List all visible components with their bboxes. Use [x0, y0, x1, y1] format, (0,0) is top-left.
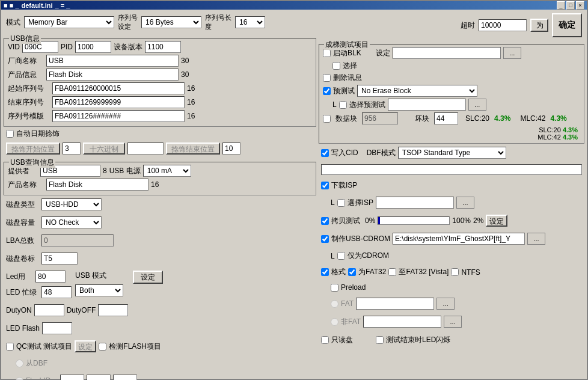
progress-100: 100% [452, 216, 471, 225]
led-flash-input[interactable] [42, 322, 72, 334]
fat32-checkbox[interactable] [348, 268, 356, 276]
from-dbf-radio[interactable] [16, 360, 23, 367]
format-checkbox[interactable] [321, 268, 329, 276]
disk-setup-btn[interactable]: 设定 [133, 271, 163, 284]
make-usb-input[interactable] [393, 233, 525, 245]
led-idle-input[interactable] [41, 286, 72, 298]
led-idle-label: LED 忙绿 [6, 287, 39, 298]
select-pretest-checkbox[interactable] [339, 101, 347, 109]
to-fat32-label: 至FAT32 [Vista] [399, 267, 449, 277]
dbf-select[interactable]: TSOP Standard Type [398, 147, 506, 159]
start-pos-input[interactable] [63, 142, 81, 155]
start-pos-btn[interactable]: 捻饰开始位置 [6, 142, 60, 155]
confirm-btn[interactable]: 确定 [552, 13, 582, 37]
setup-right-input[interactable] [393, 47, 501, 59]
download-isp-checkbox[interactable] [321, 182, 329, 189]
serial-len-select[interactable]: 16 [235, 16, 265, 28]
serial-select[interactable]: 16 Bytes [141, 16, 201, 28]
disk-capacity-select[interactable]: NO Check [41, 216, 102, 228]
manufacturer-num: 30 [181, 57, 189, 65]
power-select[interactable]: 100 mA [143, 165, 191, 177]
copy-setup-btn[interactable]: 设定 [486, 215, 507, 227]
for-btn[interactable]: 为 [530, 19, 548, 32]
select-pretest-input[interactable] [388, 99, 466, 111]
qc-btn[interactable]: 设定 [75, 340, 96, 352]
isp-path-input[interactable] [376, 197, 454, 209]
make-usb-dotted-btn[interactable]: ... [527, 233, 545, 245]
led-use-input[interactable] [35, 271, 66, 283]
pretest-dotted-btn[interactable]: ... [468, 99, 486, 111]
mlc-label: MLC:42 [520, 114, 545, 123]
data-block-input[interactable] [362, 112, 398, 124]
preload-checkbox[interactable] [331, 284, 338, 292]
fat-dotted-btn[interactable]: ... [436, 298, 455, 310]
flash-id-radio[interactable] [16, 377, 23, 381]
usb-mode-select[interactable]: Both [75, 284, 123, 296]
cid-extra-input[interactable] [321, 164, 582, 175]
hex-btn[interactable]: 十六进制 [83, 142, 125, 155]
pid-label: PID [61, 43, 73, 51]
boot-blk-dotted-btn[interactable]: ... [503, 47, 521, 59]
lba-input[interactable] [41, 234, 114, 247]
start-serial-input[interactable] [52, 82, 185, 94]
duty-on-input[interactable] [34, 304, 64, 316]
flash-id-input2[interactable] [87, 375, 111, 380]
non-fat-input[interactable] [363, 316, 441, 328]
data-block-checkbox[interactable] [323, 115, 331, 123]
progress-0: 0% [365, 216, 375, 225]
close-btn[interactable]: × [576, 1, 584, 10]
end-pos-btn[interactable]: 捻饰结束位置 [166, 142, 220, 155]
auto-date-checkbox[interactable] [6, 130, 14, 138]
query-product-input[interactable] [46, 179, 149, 191]
non-fat-radio[interactable] [331, 318, 338, 326]
make-usb-checkbox[interactable] [321, 235, 329, 243]
query-product-num: 16 [151, 180, 159, 189]
usb-info-title: USB信息 [9, 34, 41, 44]
fat32-label: 为FAT32 [358, 267, 386, 277]
minimize-btn[interactable]: _ [557, 1, 565, 10]
flash-id-input1[interactable] [60, 375, 84, 380]
isp-dotted-btn[interactable]: ... [456, 197, 474, 209]
disk-type-select[interactable]: USB-HDD [41, 198, 102, 210]
boot-blk-checkbox[interactable] [323, 49, 331, 57]
flash-id-input3[interactable] [113, 375, 137, 380]
serial-label: 序列号设定 [118, 13, 138, 31]
mlc-pct2: 4.3% [563, 133, 578, 141]
end-serial-input[interactable] [52, 96, 185, 108]
version-input[interactable] [145, 41, 181, 53]
duty-off-input[interactable] [98, 304, 128, 316]
maximize-btn[interactable]: □ [566, 1, 575, 10]
setup-right-label: 设定 [376, 48, 390, 58]
volume-input[interactable] [41, 253, 78, 265]
read-only-checkbox[interactable] [321, 336, 329, 344]
pid-input[interactable] [75, 41, 111, 53]
hex-input[interactable] [127, 142, 164, 155]
pretest-checkbox[interactable] [323, 87, 331, 95]
end-pos-input[interactable] [222, 142, 240, 155]
timeout-input[interactable] [479, 19, 527, 31]
serial-model-input[interactable] [52, 110, 185, 122]
fat-radio[interactable] [331, 300, 338, 308]
select-isp-label: 選擇ISP [348, 198, 373, 208]
del-info-checkbox[interactable] [323, 74, 331, 82]
non-fat-dotted-btn[interactable]: ... [444, 316, 462, 328]
mode-select[interactable]: Memory Bar [24, 16, 114, 28]
write-cid-checkbox[interactable] [321, 149, 329, 157]
fat-input[interactable] [356, 298, 434, 310]
auto-date-label: 自动日期捻饰 [16, 129, 60, 139]
slc-label2: SLC:20 [539, 126, 561, 133]
qc-checkbox[interactable] [6, 343, 14, 351]
led-end-checkbox[interactable] [376, 336, 384, 344]
select-isp-checkbox[interactable] [337, 199, 345, 207]
bad-block-input[interactable] [434, 112, 458, 124]
check-flash-checkbox[interactable] [99, 343, 106, 351]
cdrom-only-checkbox[interactable] [337, 252, 345, 260]
manufacturer-input[interactable] [46, 55, 179, 67]
to-fat32-checkbox[interactable] [388, 268, 396, 276]
product-input[interactable] [46, 69, 179, 81]
select-checkbox[interactable] [332, 62, 340, 70]
copy-test-checkbox[interactable] [321, 217, 329, 225]
mlc-percent: 4.3% [550, 114, 566, 123]
ntfs-checkbox[interactable] [451, 268, 459, 276]
pretest-select[interactable]: No Erase Block [357, 85, 477, 97]
